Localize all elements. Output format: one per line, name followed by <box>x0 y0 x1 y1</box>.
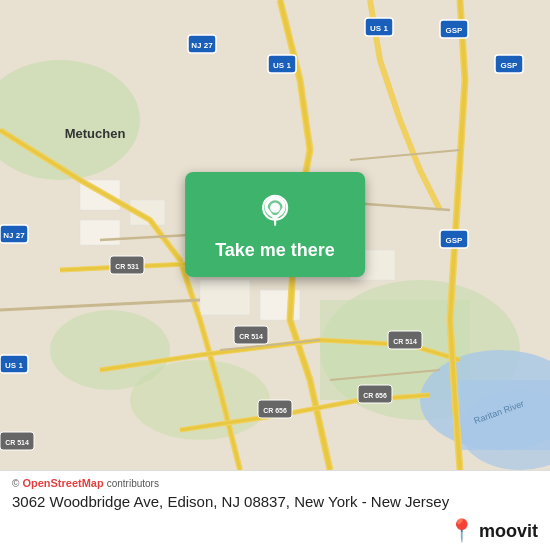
moovit-pin-icon: 📍 <box>448 518 475 544</box>
svg-text:Metuchen: Metuchen <box>65 126 126 141</box>
svg-text:NJ 27: NJ 27 <box>3 231 25 240</box>
svg-text:CR 514: CR 514 <box>5 439 29 446</box>
location-pin-icon <box>257 194 293 230</box>
svg-text:CR 514: CR 514 <box>393 338 417 345</box>
svg-text:GSP: GSP <box>446 236 464 245</box>
svg-text:CR 514: CR 514 <box>239 333 263 340</box>
svg-text:CR 531: CR 531 <box>115 263 139 270</box>
openstreetmap-logo: OpenStreetMap <box>22 477 103 489</box>
address-row: 3062 Woodbridge Ave, Edison, NJ 08837, N… <box>12 493 538 544</box>
svg-point-5 <box>50 310 170 390</box>
bottom-bar: © OpenStreetMap contributors 3062 Woodbr… <box>0 470 550 550</box>
svg-rect-12 <box>200 280 250 315</box>
address-text: 3062 Woodbridge Ave, Edison, NJ 08837, N… <box>12 493 449 510</box>
svg-point-56 <box>272 203 279 210</box>
svg-text:US 1: US 1 <box>5 361 23 370</box>
svg-text:US 1: US 1 <box>273 61 291 70</box>
map-container: US 1 NJ 27 CR 531 CR 514 CR 514 CR 656 C… <box>0 0 550 470</box>
svg-text:CR 656: CR 656 <box>363 392 387 399</box>
svg-rect-11 <box>80 220 120 245</box>
svg-text:US 1: US 1 <box>370 24 388 33</box>
moovit-logo: 📍 moovit <box>448 518 538 544</box>
svg-text:NJ 27: NJ 27 <box>191 41 213 50</box>
take-me-there-button[interactable]: Take me there <box>185 172 365 277</box>
moovit-brand-text: moovit <box>479 521 538 542</box>
svg-text:GSP: GSP <box>446 26 464 35</box>
svg-text:CR 656: CR 656 <box>263 407 287 414</box>
copyright-symbol: © <box>12 478 19 489</box>
copyright-row: © OpenStreetMap contributors <box>12 477 538 489</box>
button-label: Take me there <box>215 240 335 261</box>
svg-text:GSP: GSP <box>501 61 519 70</box>
copyright-text: contributors <box>107 478 159 489</box>
